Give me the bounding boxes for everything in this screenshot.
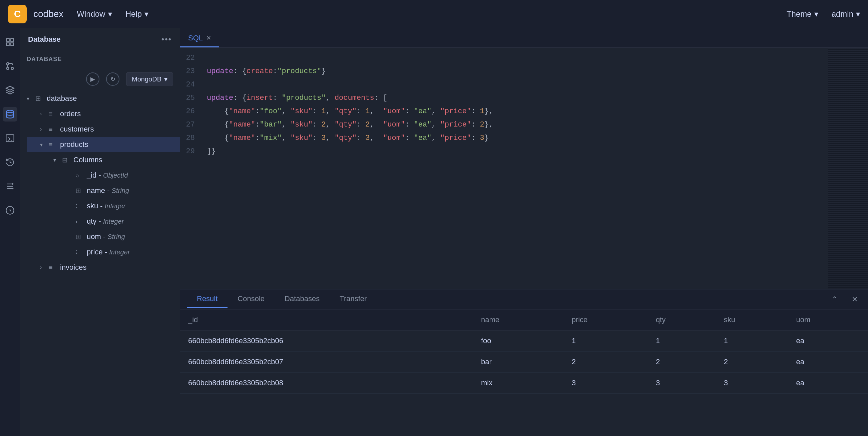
chevron-down-icon: ▾ bbox=[145, 9, 149, 19]
svg-point-9 bbox=[12, 184, 13, 184]
nav-database[interactable] bbox=[3, 107, 17, 121]
tab-console[interactable]: Console bbox=[227, 290, 275, 308]
content-area: SQL ✕ 22 23 24 25 26 27 28 29 bbox=[180, 28, 868, 436]
icon-nav bbox=[0, 28, 20, 436]
db-type-select[interactable]: MongoDB ▾ bbox=[126, 72, 173, 86]
theme-menu[interactable]: Theme ▾ bbox=[786, 9, 818, 19]
nav-deploy[interactable] bbox=[3, 83, 17, 97]
code-line-27: {"name":"bar", "sku": 2, "qty": 2, "uom"… bbox=[207, 118, 821, 132]
table-cell-price: 2 bbox=[564, 352, 648, 373]
code-editor[interactable]: 22 23 24 25 26 27 28 29 update: {create:… bbox=[180, 48, 828, 289]
table-row: 660bcb8dd6fd6e3305b2cb08mix333ea bbox=[180, 373, 868, 394]
tree-database-children: › ≡ orders › ≡ customers ▾ ≡ products bbox=[20, 106, 180, 275]
chevron-down-icon: ▾ bbox=[108, 9, 112, 19]
nav-git[interactable] bbox=[3, 59, 17, 74]
close-tab-icon[interactable]: ✕ bbox=[206, 34, 211, 42]
tree: ▾ ⊞ database › ≡ orders › ≡ customers bbox=[20, 91, 180, 275]
list-icon: ≡ bbox=[49, 141, 57, 149]
admin-menu[interactable]: admin ▾ bbox=[832, 9, 860, 19]
tab-bar: SQL ✕ bbox=[180, 28, 868, 48]
table-cell-qty: 3 bbox=[648, 373, 716, 394]
tree-item-products[interactable]: ▾ ≡ products bbox=[27, 137, 180, 152]
table-cell-sku: 2 bbox=[716, 352, 788, 373]
tree-products-children: ▾ ⊟ Columns › ⌕ _id - ObjectId › bbox=[27, 152, 180, 260]
svg-rect-2 bbox=[6, 43, 9, 46]
tree-item-customers[interactable]: › ≡ customers bbox=[27, 121, 180, 137]
nav-stream[interactable] bbox=[3, 179, 17, 194]
table-cell-qty: 2 bbox=[648, 352, 716, 373]
nav-history[interactable] bbox=[3, 155, 17, 170]
tab-sql[interactable]: SQL ✕ bbox=[180, 30, 219, 48]
app-logo: C bbox=[8, 5, 27, 23]
result-tabs: Result Console Databases Transfer ⌃ ✕ bbox=[180, 289, 868, 310]
sidebar-title: Database bbox=[28, 35, 61, 44]
minimap-content bbox=[828, 48, 868, 289]
svg-point-4 bbox=[11, 67, 13, 70]
tree-item-database[interactable]: ▾ ⊞ database bbox=[20, 91, 180, 106]
nav-monitor[interactable] bbox=[3, 203, 17, 218]
topbar-right: Theme ▾ admin ▾ bbox=[786, 9, 860, 19]
col-header-id: _id bbox=[180, 310, 473, 330]
table-cell-name: foo bbox=[473, 330, 564, 352]
table-cell-sku: 1 bbox=[716, 330, 788, 352]
col-header-sku: sku bbox=[716, 310, 788, 330]
tree-item-columns[interactable]: ▾ ⊟ Columns bbox=[33, 152, 180, 168]
table-cell-sku: 3 bbox=[716, 373, 788, 394]
app-name: codbex bbox=[33, 9, 63, 19]
code-line-28: {"name":"mix", "sku": 3, "qty": 3, "uom"… bbox=[207, 132, 821, 145]
tree-item-col-sku[interactable]: › ⫶ sku - Integer bbox=[40, 198, 180, 214]
tree-columns-children: › ⌕ _id - ObjectId › ⊞ name - String › bbox=[33, 168, 180, 260]
expand-arrow: › bbox=[40, 111, 45, 117]
list-icon: ≡ bbox=[49, 125, 57, 133]
expand-arrow: ▾ bbox=[40, 142, 45, 148]
line-numbers: 22 23 24 25 26 27 28 29 bbox=[180, 51, 200, 286]
result-panel: Result Console Databases Transfer ⌃ ✕ bbox=[180, 289, 868, 436]
table-cell-name: mix bbox=[473, 373, 564, 394]
table-row: 660bcb8dd6fd6e3305b2cb07bar222ea bbox=[180, 352, 868, 373]
code-line-23: update: {create:"products"} bbox=[207, 65, 821, 78]
table-cell-price: 3 bbox=[564, 373, 648, 394]
table-cell-uom: ea bbox=[788, 373, 868, 394]
tree-item-orders[interactable]: › ≡ orders bbox=[27, 106, 180, 121]
refresh-button[interactable]: ↻ bbox=[106, 72, 119, 86]
tab-databases[interactable]: Databases bbox=[275, 290, 330, 308]
table-cell-price: 1 bbox=[564, 330, 648, 352]
nav-dashboard[interactable] bbox=[3, 35, 17, 50]
sidebar-options-button[interactable]: ••• bbox=[161, 35, 172, 44]
menu-window[interactable]: Window ▾ bbox=[77, 9, 112, 19]
collapse-button[interactable]: ⌃ bbox=[828, 293, 841, 306]
nav-terminal[interactable] bbox=[3, 131, 17, 146]
sidebar-section-label: DATABASE bbox=[20, 51, 180, 67]
code-line-25: update: {insert: "products", documents: … bbox=[207, 91, 821, 105]
menu-help[interactable]: Help ▾ bbox=[125, 9, 149, 19]
tab-transfer[interactable]: Transfer bbox=[330, 290, 377, 308]
table-cell-uom: ea bbox=[788, 330, 868, 352]
tree-item-col-price[interactable]: › ⫶ price - Integer bbox=[40, 244, 180, 260]
tree-item-invoices[interactable]: › ≡ invoices bbox=[27, 260, 180, 275]
svg-point-6 bbox=[6, 67, 9, 70]
col-header-uom: uom bbox=[788, 310, 868, 330]
grid-icon: ⊞ bbox=[75, 233, 84, 241]
tab-result[interactable]: Result bbox=[187, 290, 227, 308]
tree-item-col-qty[interactable]: › ⫶ qty - Integer bbox=[40, 214, 180, 229]
tree-item-col-id[interactable]: › ⌕ _id - ObjectId bbox=[40, 168, 180, 183]
table-header-row: _id name price qty sku uom bbox=[180, 310, 868, 330]
tree-item-col-uom[interactable]: › ⊞ uom - String bbox=[40, 229, 180, 244]
tree-item-col-name[interactable]: › ⊞ name - String bbox=[40, 183, 180, 198]
play-button[interactable]: ▶ bbox=[86, 72, 99, 86]
code-line-26: {"name":"foo", "sku": 1, "qty": 1, "uom"… bbox=[207, 105, 821, 118]
sidebar-controls: ▶ ↻ MongoDB ▾ bbox=[20, 67, 180, 91]
lines-icon: ⫶ bbox=[75, 218, 84, 224]
expand-arrow: ▾ bbox=[53, 157, 59, 163]
code-line-24 bbox=[207, 78, 821, 91]
expand-arrow: › bbox=[40, 264, 45, 270]
top-menu: Window ▾ Help ▾ bbox=[77, 9, 786, 19]
svg-point-10 bbox=[12, 188, 13, 189]
lines-icon: ⫶ bbox=[75, 203, 84, 209]
svg-rect-3 bbox=[11, 43, 13, 46]
expand-arrow: › bbox=[40, 126, 45, 132]
chevron-down-icon: ▾ bbox=[856, 9, 860, 19]
close-result-button[interactable]: ✕ bbox=[848, 293, 861, 306]
chevron-down-icon: ▾ bbox=[814, 9, 818, 19]
chevron-down-icon: ▾ bbox=[164, 75, 167, 83]
